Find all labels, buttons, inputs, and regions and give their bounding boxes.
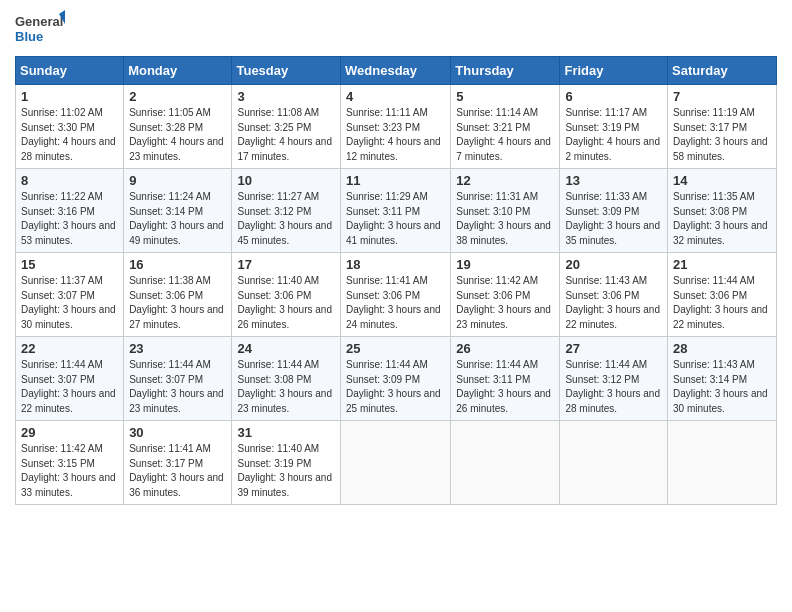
calendar-cell: 1 Sunrise: 11:02 AM Sunset: 3:30 PM Dayl… [16, 85, 124, 169]
day-info: Sunrise: 11:14 AM Sunset: 3:21 PM Daylig… [456, 106, 554, 164]
day-info: Sunrise: 11:40 AM Sunset: 3:19 PM Daylig… [237, 442, 335, 500]
calendar-cell: 27 Sunrise: 11:44 AM Sunset: 3:12 PM Day… [560, 337, 668, 421]
calendar-cell [668, 421, 777, 505]
day-info: Sunrise: 11:11 AM Sunset: 3:23 PM Daylig… [346, 106, 445, 164]
calendar-week-row: 1 Sunrise: 11:02 AM Sunset: 3:30 PM Dayl… [16, 85, 777, 169]
day-info: Sunrise: 11:31 AM Sunset: 3:10 PM Daylig… [456, 190, 554, 248]
calendar-cell: 12 Sunrise: 11:31 AM Sunset: 3:10 PM Day… [451, 169, 560, 253]
day-number: 4 [346, 89, 445, 104]
calendar-week-row: 15 Sunrise: 11:37 AM Sunset: 3:07 PM Day… [16, 253, 777, 337]
calendar-cell: 9 Sunrise: 11:24 AM Sunset: 3:14 PM Dayl… [124, 169, 232, 253]
calendar-cell: 6 Sunrise: 11:17 AM Sunset: 3:19 PM Dayl… [560, 85, 668, 169]
calendar-table: SundayMondayTuesdayWednesdayThursdayFrid… [15, 56, 777, 505]
calendar-cell: 25 Sunrise: 11:44 AM Sunset: 3:09 PM Day… [341, 337, 451, 421]
day-info: Sunrise: 11:22 AM Sunset: 3:16 PM Daylig… [21, 190, 118, 248]
calendar-cell: 30 Sunrise: 11:41 AM Sunset: 3:17 PM Day… [124, 421, 232, 505]
day-info: Sunrise: 11:37 AM Sunset: 3:07 PM Daylig… [21, 274, 118, 332]
day-number: 5 [456, 89, 554, 104]
calendar-cell [341, 421, 451, 505]
calendar-cell: 14 Sunrise: 11:35 AM Sunset: 3:08 PM Day… [668, 169, 777, 253]
calendar-cell: 3 Sunrise: 11:08 AM Sunset: 3:25 PM Dayl… [232, 85, 341, 169]
calendar-header-row: SundayMondayTuesdayWednesdayThursdayFrid… [16, 57, 777, 85]
day-number: 20 [565, 257, 662, 272]
day-number: 9 [129, 173, 226, 188]
day-number: 8 [21, 173, 118, 188]
day-number: 30 [129, 425, 226, 440]
column-header-wednesday: Wednesday [341, 57, 451, 85]
day-info: Sunrise: 11:44 AM Sunset: 3:12 PM Daylig… [565, 358, 662, 416]
calendar-cell: 4 Sunrise: 11:11 AM Sunset: 3:23 PM Dayl… [341, 85, 451, 169]
day-info: Sunrise: 11:42 AM Sunset: 3:06 PM Daylig… [456, 274, 554, 332]
day-info: Sunrise: 11:43 AM Sunset: 3:06 PM Daylig… [565, 274, 662, 332]
day-number: 12 [456, 173, 554, 188]
day-number: 2 [129, 89, 226, 104]
day-number: 13 [565, 173, 662, 188]
calendar-cell: 13 Sunrise: 11:33 AM Sunset: 3:09 PM Day… [560, 169, 668, 253]
calendar-cell: 18 Sunrise: 11:41 AM Sunset: 3:06 PM Day… [341, 253, 451, 337]
day-number: 11 [346, 173, 445, 188]
day-info: Sunrise: 11:19 AM Sunset: 3:17 PM Daylig… [673, 106, 771, 164]
page-header: General Blue [15, 10, 777, 50]
calendar-week-row: 22 Sunrise: 11:44 AM Sunset: 3:07 PM Day… [16, 337, 777, 421]
logo: General Blue [15, 10, 65, 50]
logo-svg: General Blue [15, 10, 65, 50]
calendar-cell: 20 Sunrise: 11:43 AM Sunset: 3:06 PM Day… [560, 253, 668, 337]
day-number: 14 [673, 173, 771, 188]
calendar-cell: 22 Sunrise: 11:44 AM Sunset: 3:07 PM Day… [16, 337, 124, 421]
day-info: Sunrise: 11:17 AM Sunset: 3:19 PM Daylig… [565, 106, 662, 164]
day-number: 29 [21, 425, 118, 440]
day-number: 24 [237, 341, 335, 356]
day-info: Sunrise: 11:38 AM Sunset: 3:06 PM Daylig… [129, 274, 226, 332]
day-info: Sunrise: 11:43 AM Sunset: 3:14 PM Daylig… [673, 358, 771, 416]
day-number: 31 [237, 425, 335, 440]
day-info: Sunrise: 11:08 AM Sunset: 3:25 PM Daylig… [237, 106, 335, 164]
calendar-cell: 29 Sunrise: 11:42 AM Sunset: 3:15 PM Day… [16, 421, 124, 505]
calendar-cell: 10 Sunrise: 11:27 AM Sunset: 3:12 PM Day… [232, 169, 341, 253]
calendar-cell: 28 Sunrise: 11:43 AM Sunset: 3:14 PM Day… [668, 337, 777, 421]
day-number: 18 [346, 257, 445, 272]
svg-text:Blue: Blue [15, 29, 43, 44]
day-number: 6 [565, 89, 662, 104]
day-number: 21 [673, 257, 771, 272]
column-header-sunday: Sunday [16, 57, 124, 85]
day-info: Sunrise: 11:44 AM Sunset: 3:11 PM Daylig… [456, 358, 554, 416]
day-info: Sunrise: 11:29 AM Sunset: 3:11 PM Daylig… [346, 190, 445, 248]
day-number: 25 [346, 341, 445, 356]
column-header-thursday: Thursday [451, 57, 560, 85]
day-info: Sunrise: 11:33 AM Sunset: 3:09 PM Daylig… [565, 190, 662, 248]
day-number: 7 [673, 89, 771, 104]
day-info: Sunrise: 11:44 AM Sunset: 3:09 PM Daylig… [346, 358, 445, 416]
calendar-cell: 8 Sunrise: 11:22 AM Sunset: 3:16 PM Dayl… [16, 169, 124, 253]
calendar-week-row: 8 Sunrise: 11:22 AM Sunset: 3:16 PM Dayl… [16, 169, 777, 253]
day-info: Sunrise: 11:44 AM Sunset: 3:07 PM Daylig… [21, 358, 118, 416]
calendar-cell: 23 Sunrise: 11:44 AM Sunset: 3:07 PM Day… [124, 337, 232, 421]
day-number: 16 [129, 257, 226, 272]
day-info: Sunrise: 11:02 AM Sunset: 3:30 PM Daylig… [21, 106, 118, 164]
column-header-saturday: Saturday [668, 57, 777, 85]
day-info: Sunrise: 11:24 AM Sunset: 3:14 PM Daylig… [129, 190, 226, 248]
day-info: Sunrise: 11:41 AM Sunset: 3:17 PM Daylig… [129, 442, 226, 500]
day-number: 22 [21, 341, 118, 356]
column-header-friday: Friday [560, 57, 668, 85]
column-header-tuesday: Tuesday [232, 57, 341, 85]
day-info: Sunrise: 11:40 AM Sunset: 3:06 PM Daylig… [237, 274, 335, 332]
day-info: Sunrise: 11:44 AM Sunset: 3:06 PM Daylig… [673, 274, 771, 332]
calendar-cell: 17 Sunrise: 11:40 AM Sunset: 3:06 PM Day… [232, 253, 341, 337]
day-info: Sunrise: 11:44 AM Sunset: 3:07 PM Daylig… [129, 358, 226, 416]
calendar-cell: 15 Sunrise: 11:37 AM Sunset: 3:07 PM Day… [16, 253, 124, 337]
calendar-cell: 24 Sunrise: 11:44 AM Sunset: 3:08 PM Day… [232, 337, 341, 421]
calendar-cell: 31 Sunrise: 11:40 AM Sunset: 3:19 PM Day… [232, 421, 341, 505]
day-info: Sunrise: 11:42 AM Sunset: 3:15 PM Daylig… [21, 442, 118, 500]
day-info: Sunrise: 11:05 AM Sunset: 3:28 PM Daylig… [129, 106, 226, 164]
calendar-cell [560, 421, 668, 505]
calendar-cell: 5 Sunrise: 11:14 AM Sunset: 3:21 PM Dayl… [451, 85, 560, 169]
day-number: 27 [565, 341, 662, 356]
column-header-monday: Monday [124, 57, 232, 85]
day-number: 1 [21, 89, 118, 104]
day-number: 28 [673, 341, 771, 356]
day-info: Sunrise: 11:44 AM Sunset: 3:08 PM Daylig… [237, 358, 335, 416]
calendar-week-row: 29 Sunrise: 11:42 AM Sunset: 3:15 PM Day… [16, 421, 777, 505]
calendar-cell: 7 Sunrise: 11:19 AM Sunset: 3:17 PM Dayl… [668, 85, 777, 169]
calendar-cell: 2 Sunrise: 11:05 AM Sunset: 3:28 PM Dayl… [124, 85, 232, 169]
calendar-cell: 21 Sunrise: 11:44 AM Sunset: 3:06 PM Day… [668, 253, 777, 337]
